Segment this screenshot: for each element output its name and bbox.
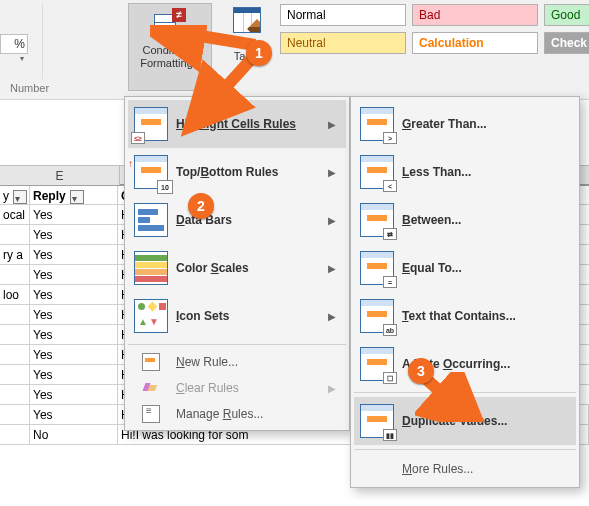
conditional-formatting-button[interactable]: ≠ ConditionalFormatting ▾ (128, 3, 212, 91)
cell[interactable]: Yes (30, 405, 118, 425)
greater-than-icon: > (360, 107, 394, 141)
clear-rules-icon (142, 379, 160, 397)
ribbon-group-number: Number (10, 82, 49, 94)
style-calculation[interactable]: Calculation (412, 32, 538, 54)
cell[interactable] (0, 365, 30, 385)
cell[interactable] (0, 225, 30, 245)
submenu-arrow-icon: ▶ (328, 311, 336, 322)
data-bars-icon (134, 203, 168, 237)
cell[interactable]: Yes (30, 365, 118, 385)
cell[interactable] (0, 265, 30, 285)
menu-separator (354, 392, 576, 393)
cell[interactable]: Yes (30, 325, 118, 345)
number-format-dropdown-icon[interactable]: ▾ (0, 54, 28, 64)
submenu-arrow-icon: ▶ (328, 119, 336, 130)
style-normal[interactable]: Normal (280, 4, 406, 26)
menu-clear-rules[interactable]: Clear Rules ▶ (128, 375, 346, 401)
icon-sets-icon: ▲▼ (134, 299, 168, 333)
submenu-equal-to[interactable]: = Equal To... (354, 244, 576, 292)
menu-label: Highlight Cells Rules (176, 117, 296, 131)
submenu-more-rules[interactable]: More Rules... (354, 454, 576, 484)
submenu-text-contains[interactable]: ab Text that Contains... (354, 292, 576, 340)
cell[interactable]: ry a (0, 245, 30, 265)
callout-3: 3 (408, 358, 434, 384)
filter-cell-prev[interactable]: y (0, 186, 30, 206)
ribbon: % ▾ Number ≠ ConditionalFormatting ▾ FoT… (0, 0, 589, 100)
submenu-between[interactable]: ⇄ Between... (354, 196, 576, 244)
column-header-e[interactable]: E (0, 166, 120, 186)
menu-separator (354, 449, 576, 450)
between-icon: ⇄ (360, 203, 394, 237)
submenu-less-than[interactable]: < Less Than... (354, 148, 576, 196)
highlight-cells-icon: ≤≥ (134, 107, 168, 141)
submenu-duplicate-values[interactable]: ▮▮ Duplicate Values... (354, 397, 576, 445)
conditional-formatting-icon: ≠ (154, 8, 186, 40)
menu-highlight-cells-rules[interactable]: ≤≥ Highlight Cells Rules ▶ (128, 100, 346, 148)
equal-to-icon: = (360, 251, 394, 285)
menu-icon-sets[interactable]: ▲▼ Icon Sets ▶ (128, 292, 346, 340)
cell[interactable]: Yes (30, 225, 118, 245)
cell[interactable]: loo (0, 285, 30, 305)
date-occurring-icon: ☐ (360, 347, 394, 381)
style-neutral[interactable]: Neutral (280, 32, 406, 54)
style-good[interactable]: Good (544, 4, 589, 26)
menu-color-scales[interactable]: Color Scales ▶ (128, 244, 346, 292)
filter-icon[interactable] (13, 190, 27, 204)
conditional-formatting-menu: ≤≥ Highlight Cells Rules ▶ ↑10 Top/Botto… (124, 96, 350, 431)
cell[interactable]: Yes (30, 205, 118, 225)
cell[interactable]: Yes (30, 345, 118, 365)
conditional-formatting-label: Conditional (142, 44, 197, 56)
filter-icon[interactable] (70, 190, 84, 204)
cell[interactable] (0, 345, 30, 365)
cell[interactable]: Yes (30, 285, 118, 305)
highlight-cells-submenu: > Greater Than... < Less Than... ⇄ Betwe… (350, 96, 580, 488)
duplicate-values-icon: ▮▮ (360, 404, 394, 438)
submenu-greater-than[interactable]: > Greater Than... (354, 100, 576, 148)
menu-new-rule[interactable]: New Rule... (128, 349, 346, 375)
style-bad[interactable]: Bad (412, 4, 538, 26)
menu-data-bars[interactable]: Data Bars ▶ (128, 196, 346, 244)
less-than-icon: < (360, 155, 394, 189)
format-as-table-icon (233, 7, 261, 33)
menu-manage-rules[interactable]: Manage Rules... (128, 401, 346, 427)
submenu-arrow-icon: ▶ (328, 215, 336, 226)
manage-rules-icon (142, 405, 160, 423)
cell[interactable] (0, 405, 30, 425)
cell[interactable]: Yes (30, 265, 118, 285)
new-rule-icon (142, 353, 160, 371)
cell[interactable] (0, 305, 30, 325)
text-contains-icon: ab (360, 299, 394, 333)
dropdown-icon: ▾ (196, 60, 200, 69)
cell[interactable]: No (30, 425, 118, 445)
ribbon-separator (42, 3, 43, 79)
submenu-arrow-icon: ▶ (328, 263, 336, 274)
cell[interactable] (0, 325, 30, 345)
cell[interactable] (0, 385, 30, 405)
callout-1: 1 (246, 40, 272, 66)
submenu-arrow-icon: ▶ (328, 167, 336, 178)
number-format-box[interactable]: % (0, 34, 28, 54)
header-reply[interactable]: Reply (30, 186, 118, 206)
cell[interactable]: ocal (0, 205, 30, 225)
submenu-date-occurring[interactable]: ☐ A Date Occurring... (354, 340, 576, 388)
color-scales-icon (134, 251, 168, 285)
cell[interactable]: Yes (30, 385, 118, 405)
menu-top-bottom-rules[interactable]: ↑10 Top/Bottom Rules ▶ (128, 148, 346, 196)
callout-2: 2 (188, 193, 214, 219)
cell[interactable]: Yes (30, 305, 118, 325)
top-bottom-icon: ↑10 (134, 155, 168, 189)
cell[interactable]: Yes (30, 245, 118, 265)
menu-separator (128, 344, 346, 345)
style-check-cell[interactable]: Check (544, 32, 589, 54)
cell[interactable] (0, 425, 30, 445)
submenu-arrow-icon: ▶ (328, 383, 336, 394)
